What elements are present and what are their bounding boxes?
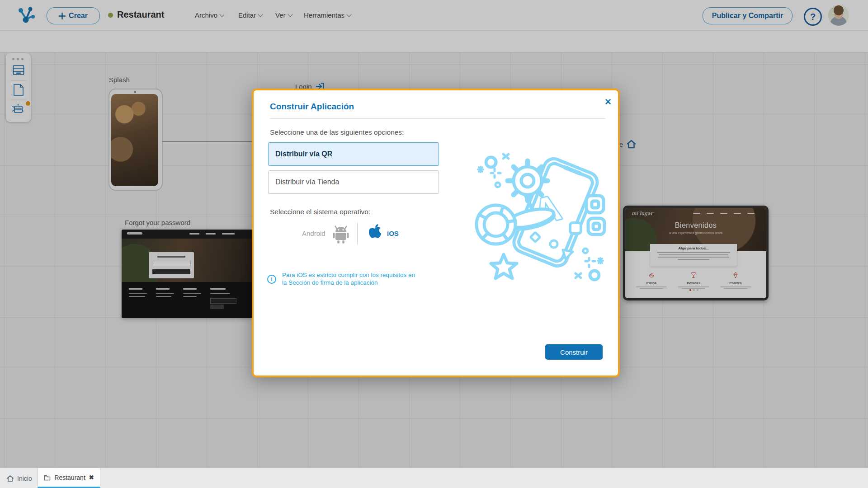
- info-icon: i: [267, 275, 276, 284]
- select-option-label: Seleccione una de las siguientes opcione…: [270, 128, 404, 136]
- option-distribute-store[interactable]: Distribuir vía Tienda: [268, 170, 439, 194]
- page-tab-icon: [44, 474, 51, 481]
- tab-restaurant-label: Restaurant: [54, 474, 85, 481]
- app-window: Crear Restaurant Archivo Editar Ver Herr…: [0, 0, 868, 488]
- modal-close-button[interactable]: ✕: [604, 97, 612, 107]
- android-option-label[interactable]: Android: [302, 230, 326, 237]
- ios-option-label[interactable]: iOS: [387, 230, 399, 237]
- tab-restaurant-active[interactable]: Restaurant ✖: [38, 468, 100, 488]
- ios-option-button[interactable]: [366, 222, 384, 245]
- android-robot-icon: [331, 223, 350, 244]
- build-button[interactable]: Construir: [545, 344, 603, 360]
- tab-inicio[interactable]: Inicio: [6, 468, 32, 488]
- modal-divider: [270, 118, 605, 119]
- tab-inicio-label: Inicio: [17, 475, 32, 482]
- home-icon: [6, 475, 14, 482]
- apple-icon: [366, 222, 384, 243]
- build-app-illustration: A: [470, 147, 610, 287]
- tab-close-button[interactable]: ✖: [89, 474, 94, 481]
- option-distribute-qr[interactable]: Distribuir vía QR: [268, 142, 439, 166]
- ios-requirements-note: Para iOS es estricto cumplir con los req…: [282, 271, 415, 286]
- os-separator: [357, 223, 358, 244]
- pages-tab-bar: Inicio Restaurant ✖: [0, 468, 868, 488]
- android-option-button[interactable]: [331, 223, 350, 246]
- select-os-label: Seleccione el sistema operativo:: [270, 208, 370, 216]
- build-app-modal: Construir Aplicación ✕ Seleccione una de…: [252, 89, 620, 377]
- modal-title: Construir Aplicación: [270, 102, 354, 112]
